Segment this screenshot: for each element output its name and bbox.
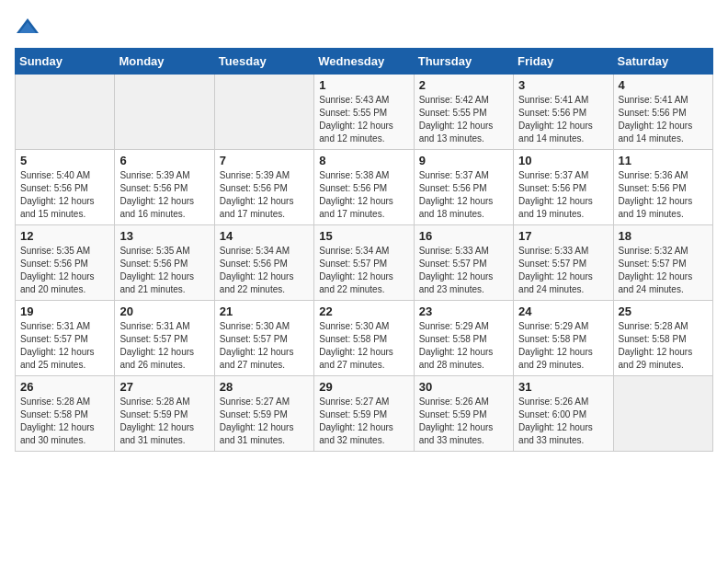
day-number: 2 bbox=[419, 78, 508, 92]
calendar-cell: 7Sunrise: 5:39 AM Sunset: 5:56 PM Daylig… bbox=[214, 150, 313, 225]
day-info: Sunrise: 5:28 AM Sunset: 5:59 PM Dayligh… bbox=[119, 396, 209, 447]
day-header-friday: Friday bbox=[514, 49, 613, 75]
calendar-week-2: 5Sunrise: 5:40 AM Sunset: 5:56 PM Daylig… bbox=[16, 150, 713, 225]
calendar-cell: 4Sunrise: 5:41 AM Sunset: 5:56 PM Daylig… bbox=[613, 75, 712, 150]
day-header-sunday: Sunday bbox=[16, 49, 115, 75]
calendar-cell: 5Sunrise: 5:40 AM Sunset: 5:56 PM Daylig… bbox=[16, 150, 115, 225]
day-info: Sunrise: 5:27 AM Sunset: 5:59 PM Dayligh… bbox=[319, 396, 408, 447]
calendar-week-5: 26Sunrise: 5:28 AM Sunset: 5:58 PM Dayli… bbox=[16, 376, 713, 452]
day-number: 17 bbox=[518, 229, 608, 243]
day-number: 6 bbox=[119, 154, 209, 167]
day-number: 7 bbox=[220, 154, 309, 167]
calendar-header-row: SundayMondayTuesdayWednesdayThursdayFrid… bbox=[16, 49, 713, 75]
day-number: 23 bbox=[419, 304, 508, 318]
calendar-cell: 22Sunrise: 5:30 AM Sunset: 5:58 PM Dayli… bbox=[314, 301, 414, 376]
day-number: 26 bbox=[20, 380, 109, 394]
day-number: 30 bbox=[419, 380, 508, 394]
calendar-cell bbox=[613, 376, 712, 452]
day-info: Sunrise: 5:34 AM Sunset: 5:56 PM Dayligh… bbox=[220, 245, 309, 296]
calendar-cell bbox=[214, 75, 313, 150]
calendar-cell: 8Sunrise: 5:38 AM Sunset: 5:56 PM Daylig… bbox=[314, 150, 414, 225]
calendar-cell: 6Sunrise: 5:39 AM Sunset: 5:56 PM Daylig… bbox=[115, 150, 214, 225]
day-info: Sunrise: 5:38 AM Sunset: 5:56 PM Dayligh… bbox=[319, 169, 408, 221]
calendar-cell: 15Sunrise: 5:34 AM Sunset: 5:57 PM Dayli… bbox=[314, 225, 414, 301]
day-info: Sunrise: 5:39 AM Sunset: 5:56 PM Dayligh… bbox=[220, 169, 309, 221]
calendar-cell: 14Sunrise: 5:34 AM Sunset: 5:56 PM Dayli… bbox=[214, 225, 313, 301]
day-number: 31 bbox=[518, 380, 608, 394]
calendar-cell: 13Sunrise: 5:35 AM Sunset: 5:56 PM Dayli… bbox=[115, 225, 214, 301]
day-number: 29 bbox=[319, 380, 408, 394]
calendar-week-3: 12Sunrise: 5:35 AM Sunset: 5:56 PM Dayli… bbox=[16, 225, 713, 301]
day-number: 1 bbox=[319, 78, 408, 92]
day-header-thursday: Thursday bbox=[414, 49, 513, 75]
logo-icon bbox=[15, 15, 40, 40]
calendar-cell: 29Sunrise: 5:27 AM Sunset: 5:59 PM Dayli… bbox=[314, 376, 414, 452]
calendar-cell: 25Sunrise: 5:28 AM Sunset: 5:58 PM Dayli… bbox=[613, 301, 712, 376]
calendar-cell: 12Sunrise: 5:35 AM Sunset: 5:56 PM Dayli… bbox=[16, 225, 115, 301]
day-info: Sunrise: 5:35 AM Sunset: 5:56 PM Dayligh… bbox=[119, 245, 209, 296]
day-info: Sunrise: 5:30 AM Sunset: 5:58 PM Dayligh… bbox=[319, 320, 408, 372]
day-number: 24 bbox=[518, 304, 608, 318]
day-info: Sunrise: 5:28 AM Sunset: 5:58 PM Dayligh… bbox=[20, 396, 109, 447]
day-info: Sunrise: 5:35 AM Sunset: 5:56 PM Dayligh… bbox=[20, 245, 109, 296]
day-number: 28 bbox=[220, 380, 309, 394]
day-info: Sunrise: 5:43 AM Sunset: 5:55 PM Dayligh… bbox=[319, 94, 408, 145]
day-number: 3 bbox=[518, 78, 608, 92]
calendar-week-1: 1Sunrise: 5:43 AM Sunset: 5:55 PM Daylig… bbox=[16, 75, 713, 150]
day-info: Sunrise: 5:32 AM Sunset: 5:57 PM Dayligh… bbox=[619, 245, 708, 296]
day-info: Sunrise: 5:34 AM Sunset: 5:57 PM Dayligh… bbox=[319, 245, 408, 296]
day-number: 16 bbox=[419, 229, 508, 243]
calendar-cell: 21Sunrise: 5:30 AM Sunset: 5:57 PM Dayli… bbox=[214, 301, 313, 376]
day-info: Sunrise: 5:26 AM Sunset: 5:59 PM Dayligh… bbox=[419, 396, 508, 447]
calendar-cell: 16Sunrise: 5:33 AM Sunset: 5:57 PM Dayli… bbox=[414, 225, 513, 301]
day-header-wednesday: Wednesday bbox=[314, 49, 414, 75]
day-info: Sunrise: 5:30 AM Sunset: 5:57 PM Dayligh… bbox=[220, 320, 309, 372]
calendar-cell: 26Sunrise: 5:28 AM Sunset: 5:58 PM Dayli… bbox=[16, 376, 115, 452]
day-number: 21 bbox=[220, 304, 309, 318]
calendar-cell: 27Sunrise: 5:28 AM Sunset: 5:59 PM Dayli… bbox=[115, 376, 214, 452]
day-info: Sunrise: 5:33 AM Sunset: 5:57 PM Dayligh… bbox=[518, 245, 608, 296]
calendar-cell: 3Sunrise: 5:41 AM Sunset: 5:56 PM Daylig… bbox=[514, 75, 613, 150]
day-number: 12 bbox=[20, 229, 109, 243]
day-header-tuesday: Tuesday bbox=[214, 49, 313, 75]
day-number: 10 bbox=[518, 154, 608, 167]
calendar-cell: 9Sunrise: 5:37 AM Sunset: 5:56 PM Daylig… bbox=[414, 150, 513, 225]
day-info: Sunrise: 5:29 AM Sunset: 5:58 PM Dayligh… bbox=[419, 320, 508, 372]
day-info: Sunrise: 5:41 AM Sunset: 5:56 PM Dayligh… bbox=[518, 94, 608, 145]
calendar-cell: 23Sunrise: 5:29 AM Sunset: 5:58 PM Dayli… bbox=[414, 301, 513, 376]
calendar-cell: 30Sunrise: 5:26 AM Sunset: 5:59 PM Dayli… bbox=[414, 376, 513, 452]
day-info: Sunrise: 5:31 AM Sunset: 5:57 PM Dayligh… bbox=[119, 320, 209, 372]
day-info: Sunrise: 5:40 AM Sunset: 5:56 PM Dayligh… bbox=[20, 169, 109, 221]
calendar-cell: 31Sunrise: 5:26 AM Sunset: 6:00 PM Dayli… bbox=[514, 376, 613, 452]
calendar-week-4: 19Sunrise: 5:31 AM Sunset: 5:57 PM Dayli… bbox=[16, 301, 713, 376]
logo bbox=[15, 15, 44, 40]
calendar-cell: 20Sunrise: 5:31 AM Sunset: 5:57 PM Dayli… bbox=[115, 301, 214, 376]
day-info: Sunrise: 5:26 AM Sunset: 6:00 PM Dayligh… bbox=[518, 396, 608, 447]
calendar-cell bbox=[16, 75, 115, 150]
calendar-cell: 10Sunrise: 5:37 AM Sunset: 5:56 PM Dayli… bbox=[514, 150, 613, 225]
day-info: Sunrise: 5:37 AM Sunset: 5:56 PM Dayligh… bbox=[419, 169, 508, 221]
calendar-cell: 19Sunrise: 5:31 AM Sunset: 5:57 PM Dayli… bbox=[16, 301, 115, 376]
calendar-cell bbox=[115, 75, 214, 150]
day-number: 4 bbox=[619, 78, 708, 92]
calendar-cell: 2Sunrise: 5:42 AM Sunset: 5:55 PM Daylig… bbox=[414, 75, 513, 150]
day-number: 11 bbox=[619, 154, 708, 167]
day-info: Sunrise: 5:39 AM Sunset: 5:56 PM Dayligh… bbox=[119, 169, 209, 221]
calendar-table: SundayMondayTuesdayWednesdayThursdayFrid… bbox=[15, 48, 713, 452]
day-number: 14 bbox=[220, 229, 309, 243]
calendar-cell: 28Sunrise: 5:27 AM Sunset: 5:59 PM Dayli… bbox=[214, 376, 313, 452]
calendar-cell: 11Sunrise: 5:36 AM Sunset: 5:56 PM Dayli… bbox=[613, 150, 712, 225]
page-header bbox=[15, 15, 713, 40]
day-header-monday: Monday bbox=[115, 49, 214, 75]
calendar-cell: 24Sunrise: 5:29 AM Sunset: 5:58 PM Dayli… bbox=[514, 301, 613, 376]
day-number: 5 bbox=[20, 154, 109, 167]
day-number: 22 bbox=[319, 304, 408, 318]
day-number: 15 bbox=[319, 229, 408, 243]
day-number: 20 bbox=[119, 304, 209, 318]
day-number: 27 bbox=[119, 380, 209, 394]
day-number: 8 bbox=[319, 154, 408, 167]
calendar-cell: 18Sunrise: 5:32 AM Sunset: 5:57 PM Dayli… bbox=[613, 225, 712, 301]
day-number: 18 bbox=[619, 229, 708, 243]
day-info: Sunrise: 5:29 AM Sunset: 5:58 PM Dayligh… bbox=[518, 320, 608, 372]
day-info: Sunrise: 5:36 AM Sunset: 5:56 PM Dayligh… bbox=[619, 169, 708, 221]
